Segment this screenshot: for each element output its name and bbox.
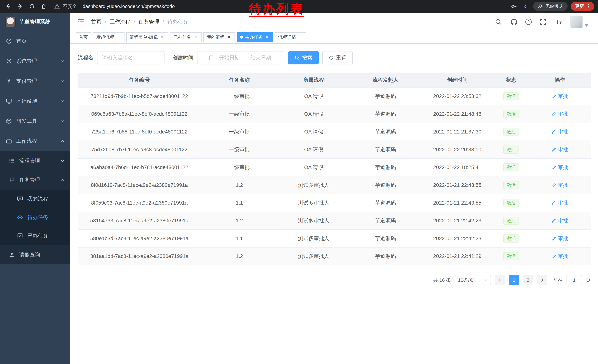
browser-menu-icon[interactable] bbox=[586, 4, 591, 9]
bookmark-star-icon[interactable]: ☆ bbox=[521, 2, 530, 11]
sidebar-item-workflow[interactable]: 工作流程 bbox=[0, 131, 70, 151]
active-dot-icon bbox=[240, 36, 243, 39]
sidebar-item-done-tasks[interactable]: 已办任务 bbox=[0, 226, 70, 245]
sidebar-item-my-processes[interactable]: 我的流程 bbox=[0, 190, 70, 208]
sidebar-item-process-management[interactable]: 流程管理 bbox=[0, 151, 70, 170]
next-page-button[interactable] bbox=[537, 275, 547, 285]
sidebar-item-todo-tasks[interactable]: 待办任务 bbox=[0, 208, 70, 226]
tab-start-process[interactable]: 发起流程 × bbox=[93, 32, 125, 42]
breadcrumb-workflow[interactable]: 工作流程 bbox=[110, 18, 130, 25]
status-badge: 激活 bbox=[503, 110, 519, 118]
tab-label: 已办任务 bbox=[173, 34, 191, 40]
close-icon[interactable]: × bbox=[298, 35, 303, 40]
tab-label: 我的流程 bbox=[207, 34, 224, 40]
sidebar-item-payment[interactable]: ¥ 支付管理 bbox=[0, 71, 70, 91]
approve-link[interactable]: 审批 bbox=[551, 111, 568, 118]
task-id-cell: 069c6a63-7b8a-11ec-8ef0-acde48001122 bbox=[78, 105, 201, 123]
breadcrumb-separator: / bbox=[163, 19, 164, 25]
close-icon[interactable]: × bbox=[116, 35, 121, 40]
process-cell: OA 请假 bbox=[278, 141, 350, 159]
sidebar-item-home[interactable]: 首页 bbox=[0, 31, 70, 51]
sidebar-item-system[interactable]: 系统管理 bbox=[0, 51, 70, 71]
close-icon[interactable]: × bbox=[226, 35, 232, 40]
edit-pencil-icon bbox=[551, 147, 556, 152]
tab-my-processes[interactable]: 我的流程 × bbox=[203, 32, 235, 42]
status-cell: 激活 bbox=[493, 212, 529, 230]
browser-home-icon[interactable] bbox=[39, 2, 48, 11]
breadcrumb-separator: / bbox=[134, 19, 135, 25]
key-icon[interactable] bbox=[509, 2, 518, 11]
help-icon[interactable]: ? bbox=[525, 19, 532, 25]
approve-link[interactable]: 审批 bbox=[551, 146, 568, 153]
breadcrumb-task-management[interactable]: 任务管理 bbox=[139, 18, 159, 25]
approve-link[interactable]: 审批 bbox=[551, 93, 568, 100]
process-cell: OA 请假 bbox=[278, 159, 350, 176]
tab-done-tasks[interactable]: 已办任务 × bbox=[170, 32, 201, 42]
status-badge: 激活 bbox=[503, 181, 519, 189]
action-cell: 审批 bbox=[529, 87, 590, 105]
approve-link[interactable]: 审批 bbox=[551, 217, 568, 224]
update-button[interactable]: 更新 bbox=[571, 2, 594, 11]
approve-link[interactable]: 审批 bbox=[551, 128, 568, 135]
tab-todo-tasks[interactable]: 待办任务 × bbox=[237, 32, 273, 42]
process-cell: 测试多审批人 bbox=[278, 176, 350, 194]
sidebar-item-leave-query[interactable]: 请假查询 bbox=[0, 245, 70, 264]
page-size-select[interactable]: 10条/页 bbox=[455, 275, 491, 285]
back-icon[interactable] bbox=[4, 2, 13, 11]
forward-icon[interactable] bbox=[16, 2, 25, 11]
goto-page-input[interactable] bbox=[566, 275, 582, 285]
sidebar-item-task-management[interactable]: 任务管理 bbox=[0, 170, 70, 190]
initiator-cell: 芋道源码 bbox=[349, 159, 422, 176]
approve-link[interactable]: 审批 bbox=[551, 235, 568, 242]
close-icon[interactable]: × bbox=[193, 35, 198, 40]
user-menu[interactable] bbox=[570, 16, 588, 28]
reset-button[interactable]: 重置 bbox=[322, 51, 353, 65]
create-time-cell: 2022-01-21 22:43:55 bbox=[422, 194, 493, 212]
initiator-cell: 芋道源码 bbox=[349, 141, 422, 159]
github-icon[interactable] bbox=[510, 18, 518, 26]
tab-process-detail[interactable]: 流程详情 × bbox=[275, 32, 307, 42]
task-id-cell: 8f0d1619-7ac8-11ec-a9e2-a2380e71991a bbox=[78, 176, 201, 194]
tab-process-form-edit[interactable]: 流程表单-编辑 × bbox=[126, 32, 168, 42]
search-button[interactable]: 搜索 bbox=[288, 51, 319, 65]
sidebar-item-devtools[interactable]: 研发工具 bbox=[0, 111, 70, 131]
create-time-range-picker[interactable]: 开始日期 - 结束日期 bbox=[197, 51, 283, 65]
table-row: 580e1b3d-7ac8-11ec-a9e2-a2380e71991a 1.1… bbox=[78, 230, 590, 247]
cube-icon bbox=[6, 118, 12, 124]
column-header-process: 所属流程 bbox=[278, 73, 350, 87]
reload-icon[interactable] bbox=[27, 2, 36, 11]
approve-link[interactable]: 审批 bbox=[551, 199, 568, 206]
incognito-label: 无痕模式 bbox=[545, 3, 563, 9]
breadcrumb-home[interactable]: 首页 bbox=[91, 18, 101, 25]
create-time-cell: 2022-01-21 22:43:55 bbox=[422, 176, 493, 194]
tab-home[interactable]: 首页 bbox=[75, 32, 91, 42]
sidebar-toggle-button[interactable] bbox=[76, 17, 85, 26]
process-name-input[interactable] bbox=[97, 51, 165, 65]
approve-link-label: 审批 bbox=[558, 146, 568, 153]
app-logo[interactable]: 芋道管理系统 bbox=[0, 13, 70, 31]
close-icon[interactable]: × bbox=[265, 35, 270, 40]
approve-link[interactable]: 审批 bbox=[551, 253, 568, 260]
close-icon[interactable]: × bbox=[160, 35, 165, 40]
edit-pencil-icon bbox=[551, 201, 556, 205]
table-row: 58154733-7ac8-11ec-a9e2-a2380e71991a 1.2… bbox=[78, 212, 590, 230]
address-bar[interactable]: 不安全 dashboard.yudao.iocoder.cn/bpm/task/… bbox=[54, 2, 507, 11]
approve-link[interactable]: 审批 bbox=[551, 164, 568, 171]
font-size-icon[interactable] bbox=[555, 18, 563, 26]
approve-link-label: 审批 bbox=[558, 111, 568, 118]
task-management-submenu: 我的流程 待办任务 已办任务 bbox=[0, 190, 70, 245]
navbar: 首页 / 工作流程 / 任务管理 / 待办任务 ? bbox=[70, 13, 598, 31]
status-cell: 激活 bbox=[493, 105, 529, 123]
action-cell: 审批 bbox=[529, 176, 590, 194]
page-button-2[interactable]: 2 bbox=[523, 275, 533, 285]
search-icon[interactable] bbox=[494, 18, 502, 26]
page-button-1[interactable]: 1 bbox=[509, 275, 519, 285]
prev-page-button[interactable] bbox=[495, 275, 505, 285]
fullscreen-icon[interactable] bbox=[539, 18, 547, 26]
create-time-cell: 2022-01-21 22:42:23 bbox=[422, 230, 493, 247]
sidebar-item-infrastructure[interactable]: 基础设施 bbox=[0, 91, 70, 111]
approve-link[interactable]: 审批 bbox=[551, 182, 568, 189]
task-name-cell: 一级审批 bbox=[201, 159, 278, 176]
edit-pencil-icon bbox=[551, 183, 556, 187]
create-time-cell: 2022-01-22 18:25:41 bbox=[422, 159, 493, 176]
